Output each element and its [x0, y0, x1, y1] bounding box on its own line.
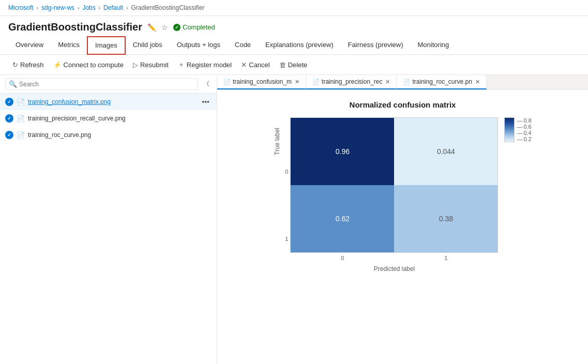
image-tab-label-0: training_confusion_m: [233, 78, 292, 85]
image-tab-bar: 📄 training_confusion_m ✕ 📄 training_prec…: [217, 75, 588, 90]
breadcrumb-workspace[interactable]: sdg-new-ws: [41, 4, 74, 11]
content-area: 📄 training_confusion_m ✕ 📄 training_prec…: [217, 75, 588, 364]
image-tab-close-1[interactable]: ✕: [385, 79, 390, 85]
file-name-0: training_confusion_matrix.png: [28, 98, 197, 105]
tab-explanations[interactable]: Explanations (preview): [258, 37, 341, 54]
matrix-area: 0.96 0.044 0.62: [290, 117, 498, 272]
image-tab-label-1: training_precision_rec: [322, 78, 382, 85]
image-tab-label-2: training_roc_curve.pn: [412, 78, 472, 85]
tab-outputs-logs[interactable]: Outputs + logs: [170, 37, 228, 54]
matrix-grid: 0.96 0.044 0.62: [290, 117, 498, 253]
file-icon-2: 📄: [17, 131, 25, 139]
status-badge: Completed: [173, 23, 215, 31]
cancel-icon: ✕: [241, 61, 247, 69]
toolbar: ↻ Refresh ⚡ Connect to compute ▷ Resubmi…: [0, 55, 588, 75]
y-ticks: 0 1: [285, 117, 288, 272]
file-name-1: training_precision_recall_curve.png: [28, 115, 197, 122]
colorbar: [504, 117, 515, 142]
breadcrumb-microsoft[interactable]: Microsoft: [8, 4, 34, 11]
file-more-menu-0[interactable]: •••: [200, 97, 212, 107]
breadcrumb: Microsoft › sdg-new-ws › Jobs › Default …: [0, 0, 588, 16]
file-check-icon-2: [5, 131, 13, 139]
file-item-2[interactable]: 📄 training_roc_curve.png •••: [0, 127, 217, 143]
search-input[interactable]: [19, 81, 194, 88]
breadcrumb-current: GradientBoostingClassifier: [131, 4, 204, 11]
edit-icon[interactable]: ✏️: [147, 23, 156, 32]
delete-icon: 🗑: [279, 61, 286, 69]
chart-container: Normalized confusion matrix True label 0…: [274, 100, 531, 272]
file-panel-header: 🔍 《: [0, 75, 217, 94]
main-layout: 🔍 《 📄 training_confusion_matrix.png ••• …: [0, 75, 588, 364]
x-axis: 0 1 Predicted label: [290, 253, 498, 272]
register-icon: ＋: [178, 60, 185, 69]
file-panel: 🔍 《 📄 training_confusion_matrix.png ••• …: [0, 75, 217, 364]
status-icon: [173, 24, 180, 31]
image-tab-close-2[interactable]: ✕: [475, 79, 480, 85]
file-item-0[interactable]: 📄 training_confusion_matrix.png •••: [0, 94, 217, 110]
tab-code[interactable]: Code: [228, 37, 258, 54]
matrix-cell-01: 0.044: [394, 118, 497, 185]
x-tick-0: 0: [291, 255, 394, 261]
matrix-col: 0 1 0.96 0.044: [285, 117, 498, 272]
colorbar-tick-0: —0.8: [517, 117, 531, 124]
tab-monitoring[interactable]: Monitoring: [411, 37, 457, 54]
image-tab-icon-1: 📄: [312, 79, 320, 85]
image-tab-icon-2: 📄: [403, 79, 410, 85]
image-tab-close-0[interactable]: ✕: [295, 79, 299, 85]
y-axis-label: True label: [274, 117, 281, 165]
image-tab-1[interactable]: 📄 training_precision_rec ✕: [306, 75, 397, 89]
x-ticks: 0 1: [291, 253, 497, 263]
tab-child-jobs[interactable]: Child jobs: [126, 37, 170, 54]
resubmit-button[interactable]: ▷ Resubmit: [129, 59, 173, 71]
search-icon: 🔍: [9, 80, 17, 88]
y-tick-0: 0: [285, 146, 288, 198]
connect-icon: ⚡: [53, 61, 62, 69]
cancel-button[interactable]: ✕ Cancel: [237, 59, 274, 71]
file-name-2: training_roc_curve.png: [28, 131, 197, 139]
chart-with-colorbar: True label 0 1 0.96: [274, 117, 531, 272]
y-tick-1: 1: [285, 213, 288, 265]
refresh-icon: ↻: [12, 61, 18, 69]
colorbar-ticks: —0.8 —0.6 —0.4 —0.2: [517, 117, 531, 142]
chart-area: Normalized confusion matrix True label 0…: [217, 90, 588, 364]
status-text: Completed: [183, 23, 215, 31]
resubmit-icon: ▷: [133, 61, 138, 69]
page-header: GradientBoostingClassifier ✏️ ☆ Complete…: [0, 16, 588, 36]
colorbar-wrapper: —0.8 —0.6 —0.4 —0.2: [504, 117, 531, 158]
chart-title: Normalized confusion matrix: [350, 100, 456, 109]
tab-fairness[interactable]: Fairness (preview): [341, 37, 411, 54]
star-icon[interactable]: ☆: [161, 23, 168, 32]
tab-overview[interactable]: Overview: [8, 37, 51, 54]
matrix-cell-00: 0.96: [291, 118, 394, 185]
file-check-icon-0: [5, 98, 13, 106]
colorbar-tick-2: —0.4: [517, 130, 531, 136]
connect-button[interactable]: ⚡ Connect to compute: [49, 59, 128, 71]
breadcrumb-default[interactable]: Default: [103, 4, 123, 11]
colorbar-tick-1: —0.6: [517, 124, 531, 130]
colorbar-tick-3: —0.2: [517, 136, 531, 142]
page-title: GradientBoostingClassifier: [8, 21, 142, 33]
file-item-1[interactable]: 📄 training_precision_recall_curve.png ••…: [0, 110, 217, 127]
search-box[interactable]: 🔍: [5, 78, 198, 90]
tab-metrics[interactable]: Metrics: [51, 37, 87, 54]
image-tab-2[interactable]: 📄 training_roc_curve.pn ✕: [397, 75, 486, 89]
file-check-icon-1: [5, 114, 13, 123]
image-tab-0[interactable]: 📄 training_confusion_m ✕: [217, 75, 306, 89]
matrix-wrapper: True label 0 1 0.96: [274, 117, 498, 272]
breadcrumb-jobs[interactable]: Jobs: [82, 4, 95, 11]
image-tab-icon-0: 📄: [223, 79, 231, 85]
register-button[interactable]: ＋ Register model: [174, 58, 236, 71]
matrix-cell-11: 0.38: [394, 185, 497, 252]
file-icon-1: 📄: [17, 115, 25, 123]
collapse-panel-button[interactable]: 《: [201, 79, 212, 89]
x-axis-label: Predicted label: [374, 265, 415, 272]
matrix-cell-10: 0.62: [291, 185, 394, 252]
x-tick-1: 1: [394, 255, 497, 261]
refresh-button[interactable]: ↻ Refresh: [8, 59, 48, 71]
tab-images[interactable]: Images: [87, 36, 126, 55]
delete-button[interactable]: 🗑 Delete: [275, 59, 312, 71]
file-list: 📄 training_confusion_matrix.png ••• 📄 tr…: [0, 94, 217, 364]
tab-bar: Overview Metrics Images Child jobs Outpu…: [0, 36, 588, 55]
file-icon-0: 📄: [17, 98, 25, 106]
